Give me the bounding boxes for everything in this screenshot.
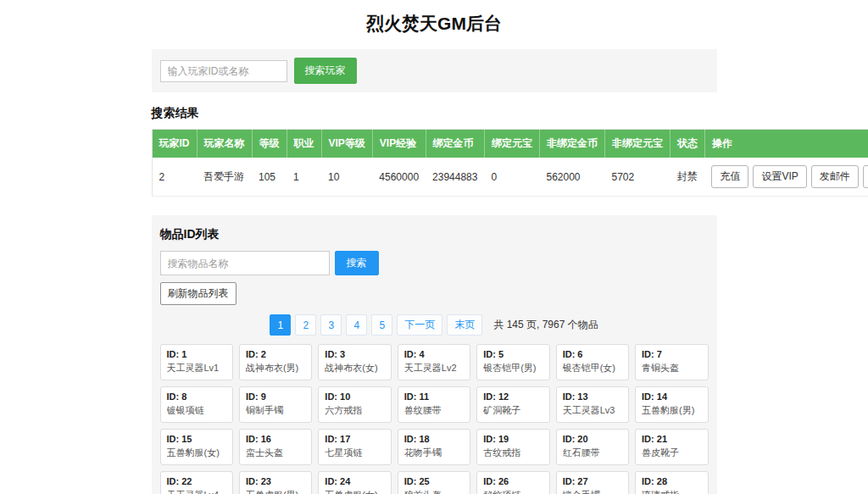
item-id-label: ID: 24: [325, 475, 384, 489]
item-name-label: 天工灵器Lv1: [167, 362, 226, 375]
result-cell: 5702: [604, 158, 670, 197]
item-name-label: 银杏铠甲(男): [483, 362, 542, 375]
item-name-label: 五兽虎服(男): [246, 489, 305, 494]
result-column-header: VIP经验: [372, 130, 426, 158]
item-id-label: ID: 2: [246, 348, 305, 362]
item-name-label: 六方戒指: [325, 404, 384, 418]
item-name-label: 银杏铠甲(女): [563, 362, 622, 375]
item-id-label: ID: 28: [642, 475, 701, 489]
item-id-label: ID: 8: [167, 391, 226, 404]
refresh-item-list-button[interactable]: 刷新物品列表: [160, 282, 236, 305]
item-id-label: ID: 14: [642, 391, 701, 404]
item-card: ID: 13天工灵器Lv3: [556, 386, 629, 423]
page-button-5[interactable]: 5: [371, 314, 392, 336]
item-id-label: ID: 19: [483, 433, 542, 447]
send-mail-button[interactable]: 发邮件: [811, 165, 859, 188]
item-id-label: ID: 6: [563, 348, 622, 362]
item-name-label: 古纹戒指: [483, 447, 542, 460]
result-cell: 562000: [539, 158, 604, 197]
item-name-label: 天工灵器Lv2: [404, 362, 464, 375]
item-id-label: ID: 26: [483, 475, 542, 489]
result-column-header: 非绑定元宝: [604, 130, 670, 158]
item-name-label: 兽纹腰带: [404, 404, 464, 418]
item-card: ID: 18花吻手镯: [398, 429, 470, 465]
pagination-summary: 共 145 页, 7967 个物品: [493, 318, 598, 332]
item-list-heading: 物品ID列表: [160, 227, 709, 242]
result-column-header: 职业: [287, 130, 321, 158]
item-name-label: 镶金手镯: [563, 489, 622, 494]
item-list-panel: 物品ID列表 搜索 刷新物品列表 12345下一页末页共 145 页, 7967…: [152, 215, 717, 494]
item-card: ID: 14五兽豹服(男): [635, 386, 708, 423]
result-column-header: 玩家名称: [197, 130, 252, 158]
page-button-4[interactable]: 4: [346, 314, 367, 336]
item-search-input[interactable]: [160, 251, 330, 275]
result-cell: 0: [484, 158, 539, 197]
item-card: ID: 25狼首头盔: [398, 471, 470, 494]
last-page-button[interactable]: 末页: [447, 314, 482, 336]
search-player-button[interactable]: 搜索玩家: [294, 58, 357, 84]
item-id-label: ID: 27: [563, 475, 622, 489]
item-card: ID: 28琉璃戒指: [635, 471, 708, 494]
item-name-label: 铜制手镯: [246, 404, 305, 418]
player-search-input[interactable]: [160, 60, 287, 82]
item-search-row: 搜索: [160, 251, 709, 275]
item-id-label: ID: 20: [563, 433, 622, 447]
recharge-button[interactable]: 充值: [711, 165, 748, 188]
item-card: ID: 12矿洞靴子: [476, 386, 549, 423]
pagination: 12345下一页末页共 145 页, 7967 个物品: [160, 314, 709, 336]
item-card: ID: 1天工灵器Lv1: [160, 344, 233, 380]
item-name-label: 五兽豹服(男): [642, 404, 701, 418]
item-name-label: 天工灵器Lv4: [167, 489, 226, 494]
item-id-label: ID: 16: [246, 433, 305, 447]
item-name-label: 七星项链: [325, 447, 384, 460]
item-name-label: 青铜头盔: [642, 362, 701, 375]
refresh-row: 刷新物品列表: [160, 282, 709, 305]
item-id-label: ID: 13: [563, 391, 622, 404]
item-card: ID: 27镶金手镯: [556, 471, 629, 494]
item-card: ID: 17七星项链: [318, 429, 391, 465]
page-button-2[interactable]: 2: [295, 314, 316, 336]
item-card: ID: 16蛮士头盔: [239, 429, 312, 465]
page-title: 烈火焚天GM后台: [152, 12, 717, 36]
result-cell: 封禁: [670, 158, 704, 197]
main-container: 烈火焚天GM后台 搜索玩家 搜索结果 玩家ID玩家名称等级职业VIP等级VIP经…: [152, 12, 717, 494]
item-card: ID: 24五兽虎服(女): [318, 471, 391, 494]
item-id-label: ID: 5: [483, 348, 542, 362]
result-cell: 4560000: [372, 158, 426, 197]
result-table-header-row: 玩家ID玩家名称等级职业VIP等级VIP经验绑定金币绑定元宝非绑定金币非绑定元宝…: [152, 130, 868, 158]
item-id-label: ID: 9: [246, 391, 305, 404]
actions-cell: 充值设置VIP发邮件发物品到仓库: [704, 158, 868, 197]
player-search-panel: 搜索玩家: [152, 49, 717, 92]
search-item-button[interactable]: 搜索: [335, 251, 379, 275]
item-name-label: 镀银项链: [167, 404, 226, 418]
item-card: ID: 26秘纹项链: [476, 471, 549, 494]
send-item-to-warehouse-button[interactable]: 发物品到仓库: [863, 165, 868, 188]
page-button-1[interactable]: 1: [270, 314, 291, 336]
item-id-label: ID: 25: [404, 475, 464, 489]
item-card: ID: 10六方戒指: [318, 386, 391, 423]
page-button-3[interactable]: 3: [320, 314, 342, 336]
item-card: ID: 2战神布衣(男): [239, 344, 312, 380]
item-card: ID: 22天工灵器Lv4: [160, 471, 233, 494]
result-column-header: 绑定元宝: [484, 130, 539, 158]
item-id-label: ID: 18: [404, 433, 464, 447]
item-card: ID: 8镀银项链: [160, 386, 233, 423]
item-name-label: 矿洞靴子: [483, 404, 542, 418]
item-name-label: 五兽豹服(女): [167, 447, 226, 460]
result-table-body: 2吾爱手游10511045600002394488305620005702封禁充…: [152, 158, 868, 197]
item-card: ID: 15五兽豹服(女): [160, 429, 233, 465]
item-id-label: ID: 21: [642, 433, 701, 447]
item-id-label: ID: 23: [246, 475, 305, 489]
item-id-label: ID: 15: [167, 433, 226, 447]
item-grid: ID: 1天工灵器Lv1ID: 2战神布衣(男)ID: 3战神布衣(女)ID: …: [160, 344, 709, 494]
next-page-button[interactable]: 下一页: [397, 314, 442, 336]
result-column-header: 绑定金币: [426, 130, 484, 158]
item-card: ID: 4天工灵器Lv2: [398, 344, 470, 380]
set-vip-button[interactable]: 设置VIP: [753, 165, 806, 188]
item-name-label: 天工灵器Lv3: [563, 404, 622, 418]
item-name-label: 战神布衣(女): [325, 362, 384, 375]
item-card: ID: 19古纹戒指: [476, 429, 549, 465]
result-cell: 2: [152, 158, 197, 197]
item-id-label: ID: 4: [404, 348, 464, 362]
item-id-label: ID: 10: [325, 391, 384, 404]
